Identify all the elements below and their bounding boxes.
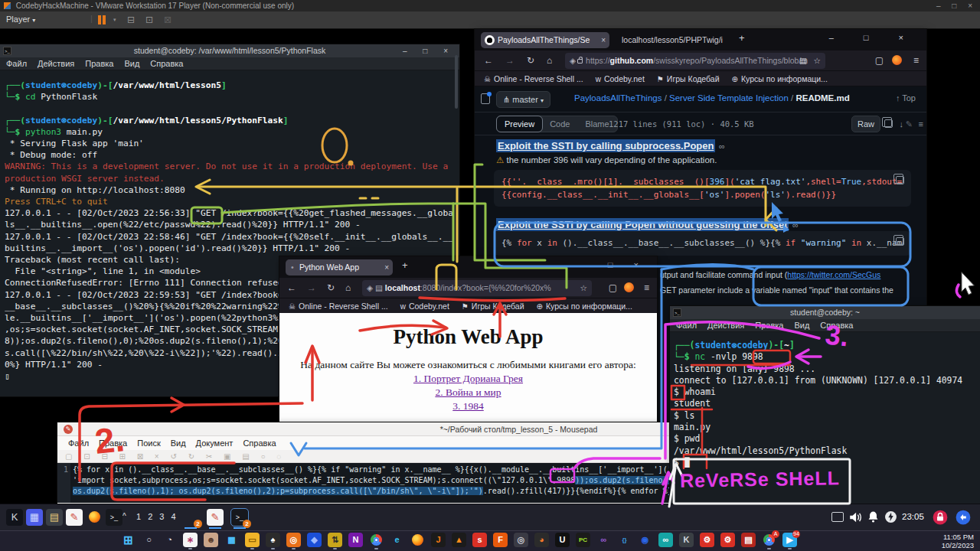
- f-app-icon[interactable]: F: [493, 533, 508, 547]
- new-tab-button[interactable]: +: [402, 259, 408, 271]
- menu-item[interactable]: Документ: [196, 439, 234, 448]
- forward-icon[interactable]: →: [307, 282, 316, 293]
- shield-icon[interactable]: ◈: [570, 56, 576, 65]
- player-menu-button[interactable]: Player ▾: [6, 15, 35, 24]
- pause-button[interactable]: [98, 15, 109, 24]
- extension-icon[interactable]: [892, 55, 902, 65]
- workspace-switcher[interactable]: 1 2 3 4: [136, 512, 178, 521]
- teal-app-icon[interactable]: ∞: [658, 533, 673, 547]
- bookmark-item[interactable]: ⊕Курсы по информаци...: [537, 302, 632, 311]
- reload-icon[interactable]: ↻: [527, 55, 534, 66]
- pocket-icon[interactable]: ▢: [609, 282, 617, 293]
- menu-item[interactable]: Справка: [243, 439, 276, 448]
- bookmark-item[interactable]: wCodeby.net: [400, 302, 449, 311]
- branch-selector[interactable]: ⋔ master ▾: [496, 91, 550, 108]
- hamburger-menu-icon[interactable]: ≡: [644, 282, 649, 293]
- slack-icon[interactable]: ∗: [183, 533, 198, 547]
- book-link[interactable]: 1. Портрет Дориана Грея: [279, 373, 657, 385]
- show-desktop-icon[interactable]: [831, 512, 844, 522]
- pycharm-icon[interactable]: PC: [576, 533, 590, 547]
- ssti-heading-2[interactable]: Exploit the SSTI by calling Popen withou…: [496, 217, 799, 231]
- session-sync-icon[interactable]: [956, 510, 971, 525]
- code-block-popen-no-offset[interactable]: {% for x in ().__class__.__base__.__subc…: [494, 231, 911, 256]
- kali-menu-icon[interactable]: K: [6, 509, 23, 526]
- chrome-profile-icon[interactable]: A: [762, 533, 776, 547]
- devices-icon[interactable]: ⊟: [127, 15, 135, 25]
- screen-lock-icon[interactable]: [933, 510, 948, 525]
- bookmark-item[interactable]: ⊕Курсы по информаци...: [732, 74, 828, 83]
- back-icon[interactable]: ←: [287, 282, 296, 293]
- forward-icon[interactable]: →: [505, 55, 514, 66]
- blender-icon[interactable]: ◕: [534, 533, 549, 547]
- calendar-icon[interactable]: ▦: [224, 533, 239, 547]
- menu-item[interactable]: Файл: [68, 439, 89, 448]
- firefox-window-controls[interactable]: – □ ×: [583, 260, 648, 269]
- contact-icon[interactable]: ☻: [204, 533, 218, 547]
- view-tab-code[interactable]: Code: [542, 116, 577, 132]
- ring-app-icon[interactable]: ◎: [514, 533, 528, 547]
- file-icon[interactable]: [481, 93, 490, 104]
- spade-app-icon[interactable]: ♠: [266, 533, 280, 547]
- download-icon[interactable]: ↓: [900, 119, 904, 129]
- gear-app2-icon[interactable]: ⚙: [720, 533, 735, 547]
- firefox-window-controls[interactable]: – □ ×: [829, 33, 917, 42]
- visualstudio-icon[interactable]: ∞: [596, 533, 611, 547]
- onenote-icon[interactable]: N: [348, 533, 363, 547]
- terminal-titlebar[interactable]: >_ student@codeby: /var/www/html/lesson5…: [0, 44, 459, 57]
- menu-item[interactable]: Правка: [85, 59, 113, 68]
- view-switcher[interactable]: PreviewCodeBlame: [496, 116, 618, 132]
- notifications-bell-icon[interactable]: [867, 510, 880, 523]
- windows-clock[interactable]: 11:05 PM 10/2/2023: [942, 533, 974, 549]
- edge-icon[interactable]: e: [390, 533, 404, 547]
- menu-item[interactable]: Поиск: [137, 439, 160, 448]
- power-manager-icon[interactable]: [884, 510, 897, 523]
- bookmark-item[interactable]: ☠Online - Reverse Shell ...: [289, 302, 388, 311]
- menu-item[interactable]: Правка: [755, 321, 783, 330]
- panel-chevron[interactable]: ^: [122, 512, 126, 520]
- blue-app-icon[interactable]: ◆: [307, 533, 322, 547]
- file-manager-icon[interactable]: ▤: [46, 509, 63, 526]
- jetbrains-icon[interactable]: J: [431, 533, 446, 547]
- menu-item[interactable]: Действия: [38, 59, 74, 68]
- book-link[interactable]: 3. 1984: [279, 400, 657, 412]
- chrome-icon[interactable]: [369, 533, 384, 547]
- book-link[interactable]: 2. Война и мир: [279, 386, 657, 399]
- gear-app-icon[interactable]: ⚙: [700, 533, 714, 547]
- reload-icon[interactable]: ↻: [327, 282, 335, 293]
- back-to-top-link[interactable]: ↑ Top: [896, 93, 916, 103]
- copy-code-icon[interactable]: [896, 237, 904, 246]
- tab-close-icon[interactable]: ×: [384, 259, 389, 276]
- tab-close-icon[interactable]: ×: [601, 32, 606, 48]
- toolbox-icon[interactable]: ▤: [741, 533, 756, 547]
- home-icon[interactable]: ⌂: [345, 282, 351, 293]
- menu-item[interactable]: Справка: [820, 321, 853, 330]
- bookmark-item[interactable]: ⚑Игры Кодебай: [462, 302, 524, 311]
- view-tab-preview[interactable]: Preview: [496, 116, 543, 132]
- back-icon[interactable]: ←: [484, 55, 493, 66]
- ssti-heading-1[interactable]: Exploit the SSTI by calling subprocess.P…: [496, 139, 725, 152]
- new-tab-button[interactable]: +: [739, 32, 745, 44]
- orange-app-icon[interactable]: ◎: [286, 533, 301, 547]
- menu-item[interactable]: Файл: [6, 59, 27, 68]
- volume-icon[interactable]: [848, 510, 862, 524]
- pocket-icon[interactable]: ▢: [875, 55, 884, 66]
- tab-python-web-app[interactable]: • Python Web App ×: [286, 259, 393, 276]
- edit-icon[interactable]: ✎: [906, 119, 913, 129]
- widgets-icon[interactable]: ◔: [162, 533, 177, 547]
- menu-item[interactable]: Действия: [707, 321, 744, 330]
- url-bar[interactable]: ◈ ▤ localhost:8080/index?book={%%20for%2…: [362, 280, 592, 296]
- menu-item[interactable]: Правка: [99, 439, 127, 448]
- explorer-icon[interactable]: ▭: [245, 533, 260, 547]
- unreal-icon[interactable]: U: [555, 533, 570, 547]
- anchor-link-icon[interactable]: ∞: [792, 220, 799, 230]
- copy-raw-icon[interactable]: [884, 119, 893, 129]
- search-icon[interactable]: ○: [142, 533, 156, 547]
- terminal-window-controls[interactable]: – □ ×: [403, 44, 455, 57]
- terminal-icon[interactable]: >_: [106, 509, 122, 526]
- fullscreen-icon[interactable]: ⊡: [145, 15, 153, 25]
- tab-payloadsallthethings[interactable]: PayloadsAllTheThings/Se ×: [481, 32, 609, 48]
- s-app-icon[interactable]: s: [472, 533, 487, 547]
- mousepad-icon[interactable]: ✎: [66, 509, 83, 526]
- terminal-titlebar[interactable]: >_ student@codeby: ~: [670, 306, 980, 319]
- menu-item[interactable]: Файл: [676, 321, 697, 330]
